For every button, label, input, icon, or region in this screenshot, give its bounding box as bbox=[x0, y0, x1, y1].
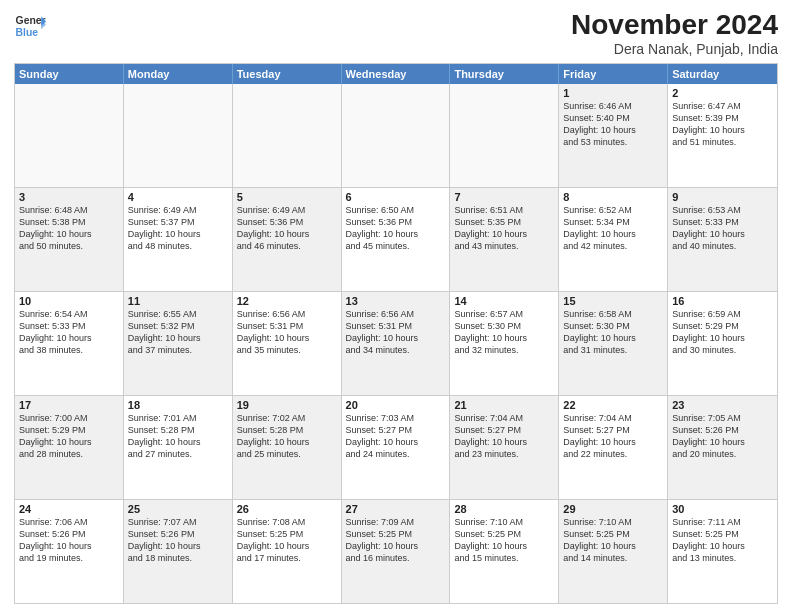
cell-info: Sunrise: 6:54 AM Sunset: 5:33 PM Dayligh… bbox=[19, 308, 119, 357]
calendar-day-header: Wednesday bbox=[342, 64, 451, 84]
cell-info: Sunrise: 6:50 AM Sunset: 5:36 PM Dayligh… bbox=[346, 204, 446, 253]
svg-text:Blue: Blue bbox=[16, 27, 39, 38]
calendar-week: 10Sunrise: 6:54 AM Sunset: 5:33 PM Dayli… bbox=[15, 292, 777, 396]
calendar-cell: 26Sunrise: 7:08 AM Sunset: 5:25 PM Dayli… bbox=[233, 500, 342, 603]
day-number: 5 bbox=[237, 191, 337, 203]
calendar-cell: 27Sunrise: 7:09 AM Sunset: 5:25 PM Dayli… bbox=[342, 500, 451, 603]
calendar-cell: 28Sunrise: 7:10 AM Sunset: 5:25 PM Dayli… bbox=[450, 500, 559, 603]
day-number: 9 bbox=[672, 191, 773, 203]
day-number: 30 bbox=[672, 503, 773, 515]
calendar-cell: 17Sunrise: 7:00 AM Sunset: 5:29 PM Dayli… bbox=[15, 396, 124, 499]
day-number: 20 bbox=[346, 399, 446, 411]
cell-info: Sunrise: 6:57 AM Sunset: 5:30 PM Dayligh… bbox=[454, 308, 554, 357]
cell-info: Sunrise: 6:52 AM Sunset: 5:34 PM Dayligh… bbox=[563, 204, 663, 253]
day-number: 15 bbox=[563, 295, 663, 307]
logo: General Blue bbox=[14, 10, 46, 42]
day-number: 21 bbox=[454, 399, 554, 411]
calendar-cell bbox=[342, 84, 451, 187]
calendar-header: SundayMondayTuesdayWednesdayThursdayFrid… bbox=[15, 64, 777, 84]
calendar-cell: 7Sunrise: 6:51 AM Sunset: 5:35 PM Daylig… bbox=[450, 188, 559, 291]
calendar-cell: 8Sunrise: 6:52 AM Sunset: 5:34 PM Daylig… bbox=[559, 188, 668, 291]
day-number: 13 bbox=[346, 295, 446, 307]
day-number: 29 bbox=[563, 503, 663, 515]
cell-info: Sunrise: 7:06 AM Sunset: 5:26 PM Dayligh… bbox=[19, 516, 119, 565]
day-number: 8 bbox=[563, 191, 663, 203]
cell-info: Sunrise: 6:55 AM Sunset: 5:32 PM Dayligh… bbox=[128, 308, 228, 357]
calendar-week: 24Sunrise: 7:06 AM Sunset: 5:26 PM Dayli… bbox=[15, 500, 777, 603]
cell-info: Sunrise: 6:48 AM Sunset: 5:38 PM Dayligh… bbox=[19, 204, 119, 253]
calendar-cell: 9Sunrise: 6:53 AM Sunset: 5:33 PM Daylig… bbox=[668, 188, 777, 291]
calendar-cell: 29Sunrise: 7:10 AM Sunset: 5:25 PM Dayli… bbox=[559, 500, 668, 603]
calendar-cell: 23Sunrise: 7:05 AM Sunset: 5:26 PM Dayli… bbox=[668, 396, 777, 499]
page-subtitle: Dera Nanak, Punjab, India bbox=[571, 41, 778, 57]
day-number: 7 bbox=[454, 191, 554, 203]
cell-info: Sunrise: 6:47 AM Sunset: 5:39 PM Dayligh… bbox=[672, 100, 773, 149]
calendar-cell bbox=[124, 84, 233, 187]
day-number: 25 bbox=[128, 503, 228, 515]
cell-info: Sunrise: 6:49 AM Sunset: 5:37 PM Dayligh… bbox=[128, 204, 228, 253]
cell-info: Sunrise: 6:51 AM Sunset: 5:35 PM Dayligh… bbox=[454, 204, 554, 253]
cell-info: Sunrise: 7:08 AM Sunset: 5:25 PM Dayligh… bbox=[237, 516, 337, 565]
calendar-cell: 13Sunrise: 6:56 AM Sunset: 5:31 PM Dayli… bbox=[342, 292, 451, 395]
calendar-day-header: Thursday bbox=[450, 64, 559, 84]
calendar-cell: 21Sunrise: 7:04 AM Sunset: 5:27 PM Dayli… bbox=[450, 396, 559, 499]
header: General Blue November 2024 Dera Nanak, P… bbox=[14, 10, 778, 57]
calendar-cell: 10Sunrise: 6:54 AM Sunset: 5:33 PM Dayli… bbox=[15, 292, 124, 395]
cell-info: Sunrise: 6:56 AM Sunset: 5:31 PM Dayligh… bbox=[237, 308, 337, 357]
day-number: 1 bbox=[563, 87, 663, 99]
calendar-cell: 30Sunrise: 7:11 AM Sunset: 5:25 PM Dayli… bbox=[668, 500, 777, 603]
day-number: 11 bbox=[128, 295, 228, 307]
day-number: 19 bbox=[237, 399, 337, 411]
calendar-cell: 19Sunrise: 7:02 AM Sunset: 5:28 PM Dayli… bbox=[233, 396, 342, 499]
day-number: 23 bbox=[672, 399, 773, 411]
calendar-cell: 18Sunrise: 7:01 AM Sunset: 5:28 PM Dayli… bbox=[124, 396, 233, 499]
cell-info: Sunrise: 7:07 AM Sunset: 5:26 PM Dayligh… bbox=[128, 516, 228, 565]
calendar-cell bbox=[450, 84, 559, 187]
calendar-cell bbox=[233, 84, 342, 187]
day-number: 10 bbox=[19, 295, 119, 307]
cell-info: Sunrise: 7:03 AM Sunset: 5:27 PM Dayligh… bbox=[346, 412, 446, 461]
calendar-cell: 20Sunrise: 7:03 AM Sunset: 5:27 PM Dayli… bbox=[342, 396, 451, 499]
day-number: 4 bbox=[128, 191, 228, 203]
cell-info: Sunrise: 7:11 AM Sunset: 5:25 PM Dayligh… bbox=[672, 516, 773, 565]
day-number: 2 bbox=[672, 87, 773, 99]
calendar-cell: 3Sunrise: 6:48 AM Sunset: 5:38 PM Daylig… bbox=[15, 188, 124, 291]
cell-info: Sunrise: 7:04 AM Sunset: 5:27 PM Dayligh… bbox=[454, 412, 554, 461]
day-number: 28 bbox=[454, 503, 554, 515]
day-number: 14 bbox=[454, 295, 554, 307]
day-number: 26 bbox=[237, 503, 337, 515]
page: General Blue November 2024 Dera Nanak, P… bbox=[0, 0, 792, 612]
day-number: 3 bbox=[19, 191, 119, 203]
calendar-cell: 14Sunrise: 6:57 AM Sunset: 5:30 PM Dayli… bbox=[450, 292, 559, 395]
cell-info: Sunrise: 6:59 AM Sunset: 5:29 PM Dayligh… bbox=[672, 308, 773, 357]
page-title: November 2024 bbox=[571, 10, 778, 41]
cell-info: Sunrise: 7:00 AM Sunset: 5:29 PM Dayligh… bbox=[19, 412, 119, 461]
logo-icon: General Blue bbox=[14, 10, 46, 42]
calendar: SundayMondayTuesdayWednesdayThursdayFrid… bbox=[14, 63, 778, 604]
calendar-cell: 22Sunrise: 7:04 AM Sunset: 5:27 PM Dayli… bbox=[559, 396, 668, 499]
day-number: 6 bbox=[346, 191, 446, 203]
cell-info: Sunrise: 6:56 AM Sunset: 5:31 PM Dayligh… bbox=[346, 308, 446, 357]
calendar-body: 1Sunrise: 6:46 AM Sunset: 5:40 PM Daylig… bbox=[15, 84, 777, 603]
calendar-cell: 24Sunrise: 7:06 AM Sunset: 5:26 PM Dayli… bbox=[15, 500, 124, 603]
calendar-day-header: Friday bbox=[559, 64, 668, 84]
title-block: November 2024 Dera Nanak, Punjab, India bbox=[571, 10, 778, 57]
day-number: 24 bbox=[19, 503, 119, 515]
calendar-cell: 4Sunrise: 6:49 AM Sunset: 5:37 PM Daylig… bbox=[124, 188, 233, 291]
calendar-cell: 2Sunrise: 6:47 AM Sunset: 5:39 PM Daylig… bbox=[668, 84, 777, 187]
cell-info: Sunrise: 6:46 AM Sunset: 5:40 PM Dayligh… bbox=[563, 100, 663, 149]
calendar-day-header: Saturday bbox=[668, 64, 777, 84]
calendar-week: 1Sunrise: 6:46 AM Sunset: 5:40 PM Daylig… bbox=[15, 84, 777, 188]
day-number: 18 bbox=[128, 399, 228, 411]
calendar-day-header: Tuesday bbox=[233, 64, 342, 84]
day-number: 22 bbox=[563, 399, 663, 411]
cell-info: Sunrise: 6:49 AM Sunset: 5:36 PM Dayligh… bbox=[237, 204, 337, 253]
cell-info: Sunrise: 7:09 AM Sunset: 5:25 PM Dayligh… bbox=[346, 516, 446, 565]
cell-info: Sunrise: 6:58 AM Sunset: 5:30 PM Dayligh… bbox=[563, 308, 663, 357]
day-number: 17 bbox=[19, 399, 119, 411]
calendar-cell: 6Sunrise: 6:50 AM Sunset: 5:36 PM Daylig… bbox=[342, 188, 451, 291]
cell-info: Sunrise: 7:01 AM Sunset: 5:28 PM Dayligh… bbox=[128, 412, 228, 461]
calendar-day-header: Sunday bbox=[15, 64, 124, 84]
day-number: 27 bbox=[346, 503, 446, 515]
calendar-day-header: Monday bbox=[124, 64, 233, 84]
